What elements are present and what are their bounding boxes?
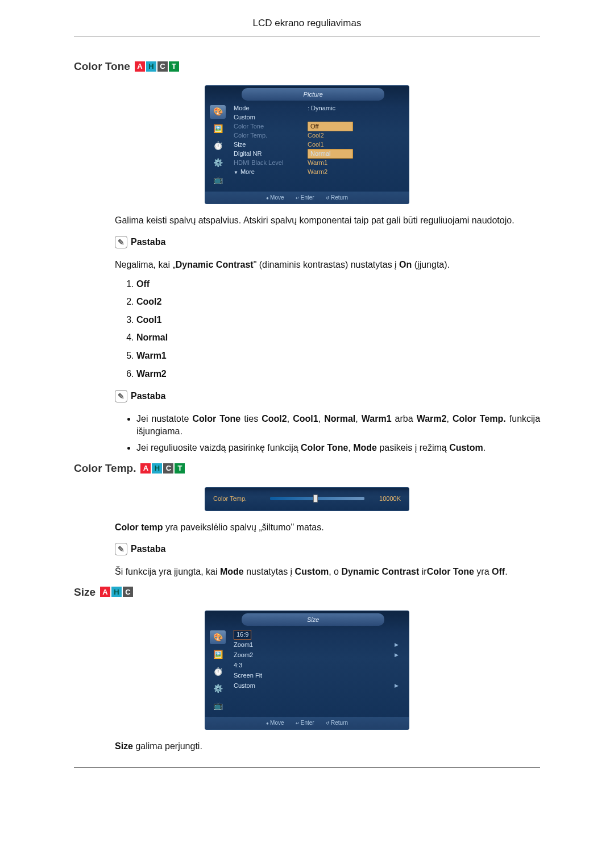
t: pasikeis į režimą [377, 443, 449, 452]
t: , [446, 414, 453, 423]
osd-footer-return: Return [326, 194, 348, 202]
osd-footer-enter: Enter [296, 719, 314, 727]
osd-footer: Move Enter Return [205, 717, 409, 729]
badge-h: H [111, 587, 122, 597]
osd-line-mode-val: : Dynamic [308, 104, 353, 113]
opt-cool2: Cool2 [136, 296, 540, 308]
color-tone-notes-list: Jei nustatote Color Tone ties Cool2, Coo… [115, 413, 540, 454]
note-icon: ✎ [115, 236, 127, 248]
osd-footer: Move Enter Return [205, 192, 409, 204]
section-title-color-temp: Color Temp. A H C T [74, 461, 185, 476]
note-icon: ✎ [115, 543, 127, 555]
t: Cool1 [136, 315, 161, 325]
bullet-1: Jei nustatote Color Tone ties Cool2, Coo… [136, 413, 540, 437]
t: Jei nustatote [136, 414, 192, 423]
color-tone-restriction: Negalima, kai „Dynamic Contrast" (dinami… [115, 259, 540, 271]
t: Warm1 [136, 351, 167, 360]
t: 16:9 [234, 630, 251, 639]
t: , [318, 414, 325, 423]
osd-bar-panel: Color Temp. 10000K [205, 487, 409, 512]
osd-bar-label: Color Temp. [213, 495, 264, 503]
osd-sidebar: 🎨 🖼️ ⏱️ ⚙️ 📺 [205, 626, 230, 717]
osd-screenshot-size: Size 🎨 🖼️ ⏱️ ⚙️ 📺 16:9 Zoom1 Zoom2 4:3 S… [74, 610, 540, 730]
t: . [505, 567, 507, 576]
color-tone-intro: Galima keisti spalvų atspalvius. Atskiri… [115, 214, 540, 227]
t: Warm2 [136, 369, 167, 379]
osd-line-colortone-lbl: Color Tone [234, 122, 308, 131]
size-item-custom: Custom [234, 680, 403, 691]
note-block: ✎ Pastaba [115, 236, 165, 248]
osd-line-size-lbl: Size [234, 140, 308, 149]
osd-icon-clock: ⏱️ [210, 665, 226, 678]
opt-cool1: Cool1 [136, 314, 540, 326]
note-label: Pastaba [131, 390, 165, 402]
t: . [483, 443, 486, 452]
t: Mode [353, 443, 377, 452]
t: Size [115, 741, 133, 751]
section-title-text: Color Temp. [74, 461, 136, 476]
osd-icon-picture: 🎨 [210, 105, 226, 119]
t: Warm1 [362, 414, 392, 423]
size-item-16-9: 16:9 [234, 629, 403, 639]
osd-icon-picture: 🎨 [210, 630, 226, 644]
osd-footer-enter: Enter [296, 194, 314, 202]
t: Zoom1 [234, 641, 253, 649]
t: Color Temp. [453, 414, 506, 423]
osd-line-more-val: Warm2 [308, 168, 353, 176]
t: Normal [324, 414, 355, 423]
t: Color Tone [427, 567, 474, 576]
bullet-2: Jei reguliuosite vaizdą pasirinkę funkci… [136, 442, 540, 454]
osd-line-colortone-val: Off [308, 122, 353, 131]
t: Cool2 [262, 414, 287, 423]
osd-icon-photo: 🖼️ [210, 647, 226, 661]
mode-badges: A H C T [135, 61, 179, 72]
osd-icon-clock: ⏱️ [210, 139, 226, 153]
section-title-text: Size [74, 585, 96, 600]
osd-screenshot-color-tone: Picture 🎨 🖼️ ⏱️ ⚙️ 📺 Mode: Dynamic Custo… [74, 85, 540, 205]
t: , [355, 414, 362, 423]
t: " (dinaminis kontrastas) nustatytas į [254, 260, 399, 269]
size-item-zoom1: Zoom1 [234, 639, 403, 650]
opt-warm1: Warm1 [136, 350, 540, 362]
t: , [287, 414, 293, 423]
note-label: Pastaba [131, 543, 165, 555]
color-tone-options: Off Cool2 Cool1 Normal Warm1 Warm2 [115, 278, 540, 380]
t: Zoom2 [234, 651, 253, 659]
badge-c: C [123, 587, 133, 597]
t: , [348, 443, 353, 452]
opt-warm2: Warm2 [136, 368, 540, 380]
osd-line-colortemp-lbl: Color Temp. [234, 131, 308, 140]
note-label: Pastaba [131, 236, 165, 248]
t: Off [492, 567, 505, 576]
t: ties [240, 414, 262, 423]
osd-icon-gear: ⚙️ [210, 682, 226, 695]
osd-line-more-lbl: More [234, 168, 308, 176]
osd-line-mode-lbl: Mode [234, 104, 308, 113]
t: Screen Fit [234, 671, 262, 680]
osd-main: Mode: Dynamic Custom Color ToneOff Color… [230, 101, 409, 192]
t: Color Tone [192, 414, 240, 423]
badge-a: A [135, 61, 145, 72]
osd-title: Picture [242, 88, 384, 101]
t: Cool1 [293, 414, 318, 423]
section-title-color-tone: Color Tone A H C T [74, 59, 179, 74]
t: (įjungta). [412, 260, 450, 269]
osd-bar-value: 10000K [370, 495, 401, 503]
size-intro: Size galima perjungti. [115, 740, 540, 753]
osd-slider-knob [313, 495, 318, 502]
t: , o [329, 567, 341, 576]
t: Normal [136, 333, 168, 342]
t: yra [474, 567, 492, 576]
osd-line-size-val: Cool1 [308, 140, 353, 149]
t: Custom [234, 682, 255, 690]
t: Color Tone [301, 443, 348, 452]
badge-c: C [163, 463, 173, 474]
osd-icon-gear: ⚙️ [210, 156, 226, 170]
osd-footer-move: Move [266, 719, 284, 727]
badge-a: A [100, 587, 110, 597]
osd-title: Size [242, 613, 384, 626]
t: Jei reguliuosite vaizdą pasirinkę funkci… [136, 443, 301, 452]
t: Warm2 [417, 414, 447, 423]
t: Color temp [115, 522, 163, 532]
osd-icon-photo: 🖼️ [210, 122, 226, 136]
